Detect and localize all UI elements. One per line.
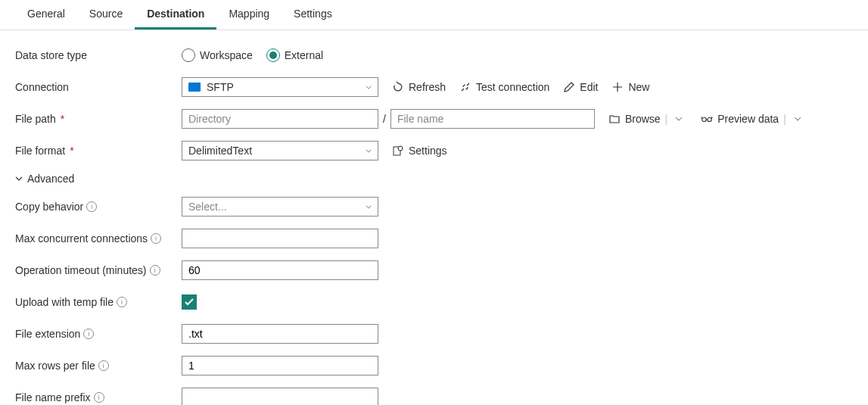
label-file-format: File format* bbox=[15, 145, 182, 157]
row-file-format: File format* DelimitedText Settings bbox=[15, 141, 853, 160]
max-concurrent-connections-input[interactable] bbox=[182, 229, 378, 248]
radio-workspace[interactable]: Workspace bbox=[182, 48, 253, 62]
row-max-rows-per-file: Max rows per file i bbox=[15, 356, 853, 375]
max-rows-per-file-input[interactable] bbox=[182, 356, 378, 375]
row-upload-with-temp-file: Upload with temp file i bbox=[15, 292, 853, 312]
tab-destination[interactable]: Destination bbox=[135, 0, 216, 30]
radio-external[interactable]: External bbox=[266, 48, 323, 62]
row-max-concurrent-connections: Max concurrent connections i bbox=[15, 229, 853, 248]
info-icon: i bbox=[151, 233, 161, 244]
chevron-down-icon bbox=[366, 149, 372, 153]
form-area: Data store type Workspace External Conne… bbox=[0, 30, 868, 405]
label-operation-timeout: Operation timeout (minutes) i bbox=[15, 264, 182, 276]
label-file-path: File path* bbox=[15, 113, 182, 125]
label-file-name-prefix: File name prefix i bbox=[15, 391, 182, 403]
advanced-label: Advanced bbox=[27, 173, 74, 185]
chevron-down-icon bbox=[15, 176, 23, 181]
svg-point-1 bbox=[708, 117, 711, 121]
label-max-rows-per-file: Max rows per file i bbox=[15, 360, 182, 372]
radio-external-label: External bbox=[285, 49, 323, 61]
browse-chevron-icon[interactable] bbox=[675, 117, 683, 121]
file-format-dropdown[interactable]: DelimitedText bbox=[182, 141, 378, 160]
info-icon: i bbox=[117, 297, 127, 307]
label-connection: Connection bbox=[15, 81, 182, 93]
row-data-store-type: Data store type Workspace External bbox=[15, 45, 853, 65]
format-settings-label: Settings bbox=[409, 145, 447, 157]
browse-button[interactable]: Browse bbox=[608, 113, 661, 125]
row-copy-behavior: Copy behavior i Select... bbox=[15, 197, 853, 217]
chevron-down-icon bbox=[366, 86, 372, 89]
info-icon: i bbox=[98, 360, 109, 371]
file-name-prefix-input[interactable] bbox=[182, 388, 378, 405]
row-file-name-prefix: File name prefix i bbox=[15, 388, 853, 405]
edit-icon bbox=[563, 81, 575, 93]
row-operation-timeout: Operation timeout (minutes) i bbox=[15, 260, 853, 280]
refresh-label: Refresh bbox=[409, 81, 446, 93]
label-data-store-type: Data store type bbox=[15, 49, 182, 61]
plus-icon bbox=[611, 81, 624, 93]
directory-input[interactable] bbox=[182, 109, 378, 129]
filename-input[interactable] bbox=[390, 109, 595, 129]
test-connection-icon bbox=[459, 81, 471, 93]
operation-timeout-input[interactable] bbox=[182, 260, 378, 280]
label-max-concurrent-connections: Max concurrent connections i bbox=[15, 232, 182, 245]
preview-glasses-icon bbox=[701, 113, 713, 125]
settings-gear-icon bbox=[392, 145, 404, 157]
tabs-bar: General Source Destination Mapping Setti… bbox=[0, 0, 868, 30]
advanced-toggle[interactable]: Advanced bbox=[15, 173, 853, 185]
new-label: New bbox=[628, 81, 649, 93]
row-connection: Connection SFTP Refresh Test connection bbox=[15, 77, 853, 97]
edit-button[interactable]: Edit bbox=[563, 81, 598, 93]
connection-value: SFTP bbox=[207, 81, 234, 93]
info-icon: i bbox=[83, 329, 94, 339]
preview-data-button[interactable]: Preview data bbox=[701, 113, 779, 125]
tab-source[interactable]: Source bbox=[77, 0, 135, 30]
info-icon: i bbox=[86, 201, 97, 212]
path-separator: / bbox=[383, 113, 386, 125]
label-upload-with-temp-file: Upload with temp file i bbox=[15, 296, 182, 308]
label-copy-behavior: Copy behavior i bbox=[15, 201, 182, 213]
test-connection-label: Test connection bbox=[476, 81, 549, 93]
required-asterisk: * bbox=[61, 113, 64, 125]
preview-data-label: Preview data bbox=[717, 113, 779, 125]
separator: | bbox=[665, 113, 668, 125]
browse-label: Browse bbox=[625, 113, 661, 125]
edit-label: Edit bbox=[580, 81, 598, 93]
upload-with-temp-file-checkbox[interactable] bbox=[182, 294, 197, 310]
row-file-extension: File extension i bbox=[15, 324, 853, 344]
copy-behavior-dropdown[interactable]: Select... bbox=[182, 197, 378, 217]
info-icon: i bbox=[94, 392, 104, 403]
tab-mapping[interactable]: Mapping bbox=[216, 0, 282, 30]
label-file-extension: File extension i bbox=[15, 328, 182, 340]
preview-chevron-icon[interactable] bbox=[794, 117, 801, 121]
test-connection-button[interactable]: Test connection bbox=[459, 81, 549, 93]
refresh-icon bbox=[392, 81, 404, 93]
file-format-value: DelimitedText bbox=[188, 145, 252, 157]
radio-circle-selected-icon bbox=[266, 48, 280, 62]
info-icon: i bbox=[150, 265, 160, 276]
chevron-down-icon bbox=[366, 205, 372, 209]
radio-workspace-label: Workspace bbox=[200, 49, 253, 61]
svg-point-0 bbox=[702, 117, 706, 121]
checkmark-icon bbox=[185, 298, 194, 306]
new-button[interactable]: New bbox=[611, 81, 649, 93]
required-asterisk: * bbox=[70, 145, 73, 157]
radio-inner-dot-icon bbox=[269, 51, 277, 59]
browse-folder-icon bbox=[608, 113, 621, 125]
folder-icon bbox=[188, 83, 201, 92]
copy-behavior-placeholder: Select... bbox=[188, 201, 227, 213]
file-extension-input[interactable] bbox=[182, 324, 378, 344]
format-settings-button[interactable]: Settings bbox=[392, 145, 447, 157]
radio-circle-icon bbox=[182, 48, 195, 62]
separator: | bbox=[783, 113, 786, 125]
row-file-path: File path* / Browse | Preview data | bbox=[15, 109, 853, 129]
connection-dropdown[interactable]: SFTP bbox=[182, 77, 378, 97]
radio-group-data-store-type: Workspace External bbox=[182, 48, 323, 62]
tab-general[interactable]: General bbox=[15, 0, 77, 30]
refresh-button[interactable]: Refresh bbox=[392, 81, 446, 93]
tab-settings[interactable]: Settings bbox=[282, 0, 344, 30]
